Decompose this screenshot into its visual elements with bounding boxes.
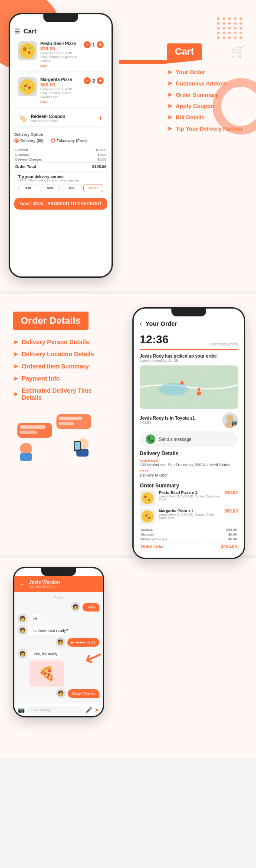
order-details-right: ‹ Your Order 12:36 Estimated arrival Jow…	[106, 303, 249, 546]
cart-nav-apply-coupon[interactable]: ➤ Apply Coupon	[167, 102, 249, 109]
chat-phone-notch	[41, 568, 76, 576]
os-item-2-price: $60.00	[224, 509, 238, 513]
takeaway-radio[interactable]: Takeaway (Free)	[51, 138, 87, 143]
nav-label-1: Your Order	[176, 69, 205, 76]
qty-plus-2[interactable]: +	[97, 77, 104, 84]
coupon-row[interactable]: 🏷️ Redeem Coupon Add coupon code +	[14, 110, 107, 126]
nav-ordered-items[interactable]: ➤ Ordered Item Summary	[13, 363, 102, 370]
os-item-1-price: $39.00	[224, 490, 238, 495]
delivery-radio-inner	[16, 140, 18, 142]
phone-screen: ☰ Cart Pesto Bas	[10, 22, 112, 214]
phone-green-icon: 📞	[146, 434, 155, 444]
cart-phone-mockup: ☰ Cart Pesto Bas	[9, 13, 113, 278]
chat-date: Today	[18, 595, 99, 599]
cart-label-title: Cart	[175, 46, 194, 57]
cart-nav-order-summary[interactable]: ➤ Order Summary	[167, 91, 249, 98]
cart-item-2-edit[interactable]: EDIT	[40, 100, 80, 104]
tip-box: Tip your delivery partner 100% of the ti…	[14, 171, 107, 195]
latest-arrival: Latest arrival by 14:38	[134, 358, 244, 363]
checkout-button[interactable]: PROCEED TO CHECKOUT	[48, 201, 102, 206]
hamburger-icon[interactable]: ☰	[14, 28, 20, 35]
order-summary-block: Order Summary Pesto Basil Pizza x 1	[134, 483, 244, 552]
os-item-2-img	[140, 509, 155, 524]
nav-label-3: Order Summary	[176, 92, 218, 98]
cart-nav-customise[interactable]: ➤ Customise Addons	[167, 80, 249, 87]
arrow-od-3: ➤	[13, 363, 18, 370]
svg-point-35	[145, 515, 148, 517]
chat-placeholder: Start Typing...	[31, 708, 53, 712]
camera-icon[interactable]: 📷	[18, 707, 25, 713]
delivery-option-label: Delivery Option	[14, 132, 107, 137]
svg-rect-10	[20, 425, 46, 429]
cart-nav-your-order[interactable]: ➤ Your Order	[167, 69, 249, 76]
arrow-icon-1: ➤	[167, 69, 172, 76]
discount-value: $0.00	[75, 153, 106, 157]
nav-delivery-location[interactable]: ➤ Delivery Location Details	[13, 351, 102, 358]
cart-item-1-info: Pesto Basil Pizza $39.00 Large (Serve 3,…	[40, 41, 80, 68]
delivery-radio[interactable]: Delivery ($8)	[14, 138, 44, 143]
audio-waveform: ▪▪▪▪▪▪▪	[75, 640, 85, 644]
qty-minus-1[interactable]: −	[84, 41, 91, 48]
order-screen: ‹ Your Order 12:36 Estimated arrival Jow…	[134, 316, 244, 558]
svg-point-33	[148, 499, 151, 501]
est-arrival: Estimated arrival	[209, 342, 238, 346]
coupon-left: 🏷️ Redeem Coupon Add coupon code	[19, 114, 65, 123]
cart-item-1-price: $39.00	[40, 46, 80, 51]
svg-point-6	[28, 86, 31, 89]
os-delivery-label: Delivery Charges	[141, 537, 200, 541]
svg-point-25	[226, 415, 233, 422]
checkout-bar[interactable]: Total : $105 PROCEED TO CHECKOUT	[14, 198, 107, 210]
os-item-1: Pesto Basil Pizza x 1 Large (Serve 3, 3.…	[140, 490, 238, 506]
tip-10[interactable]: $10	[18, 184, 38, 192]
os-item-2-name: Margarita Pizza x 1	[159, 509, 221, 513]
cart-title: Cart	[23, 27, 36, 35]
tip-title: Tip your delivery partner	[18, 174, 103, 179]
chat-back-icon[interactable]: ←	[20, 581, 26, 588]
svg-point-29	[232, 424, 233, 426]
discount-label: Discount	[15, 153, 74, 157]
qty-minus-2[interactable]: −	[84, 77, 91, 84]
tip-30[interactable]: $30	[62, 184, 82, 192]
back-arrow-icon[interactable]: ‹	[140, 320, 142, 328]
top-section: ☰ Cart Pesto Bas	[0, 0, 256, 291]
dots-pattern-decor	[217, 17, 243, 39]
address-value: 103 Market set, San Francisco, 92024 Uni…	[140, 463, 238, 467]
svg-point-37	[147, 514, 148, 515]
chat-input[interactable]: Start Typing...	[27, 706, 83, 713]
coupon-add-icon[interactable]: +	[98, 114, 103, 123]
phone-notch	[43, 14, 78, 22]
tip-other[interactable]: Other	[83, 184, 103, 192]
nav-payment-info[interactable]: ➤ Payment Info	[13, 375, 102, 382]
nav-delivery-person[interactable]: ➤ Delivery Person Details	[13, 339, 102, 345]
send-message-btn[interactable]: 📞 Send a message	[140, 431, 238, 447]
play-icon[interactable]: ▶	[71, 641, 74, 644]
chat-msg-audio: ▶ ▪▪▪▪▪▪▪ 02:18 🧑	[18, 637, 99, 647]
cart-nav-bill-details[interactable]: ➤ Bill Details	[167, 114, 249, 121]
chat-msg-thanks: Okay, Thanks 🧑	[18, 688, 99, 698]
os-bill-table: Subtotal $99.00 Discount $0.00 Delivery …	[140, 527, 238, 550]
cart-header: ☰ Cart	[14, 26, 107, 38]
send-icon[interactable]: ➤	[95, 707, 99, 713]
arrow-icon-2: ➤	[167, 80, 172, 87]
order-summary-title: Order Summary	[140, 483, 238, 489]
mic-icon[interactable]: 🎤	[85, 707, 92, 713]
pizza-photo-chat: 🍕	[30, 661, 64, 687]
svg-point-2	[28, 51, 30, 54]
od-label-2: Delivery Location Details	[22, 351, 94, 358]
map-svg	[140, 365, 238, 409]
os-item-2-info: Margarita Pizza x 1 Large (Serve 2, 4.33…	[159, 509, 221, 519]
cart-item-1-edit[interactable]: EDIT	[40, 64, 80, 68]
driver-name: Jowis Rooy is in Toyota s1	[140, 416, 219, 421]
cart-item-2-image	[18, 77, 37, 96]
svg-point-7	[26, 83, 28, 85]
qty-plus-1[interactable]: +	[97, 41, 104, 48]
qty-control-1: − 1 +	[84, 41, 104, 48]
cart-nav-tip[interactable]: ➤ Tip Your Delivery Partner	[167, 125, 249, 132]
cart-icon: 🛒	[231, 44, 246, 59]
svg-rect-12	[56, 414, 91, 429]
delivery-details-block: Delivery Details ADDRESS 103 Market set,…	[134, 450, 244, 480]
os-discount-value: $0.00	[201, 533, 237, 536]
nav-label-6: Tip Your Delivery Partner	[176, 125, 243, 132]
nav-estimated-delivery[interactable]: ➤ Estimated Delivery Time Details	[13, 387, 102, 401]
tip-20[interactable]: $20	[40, 184, 60, 192]
